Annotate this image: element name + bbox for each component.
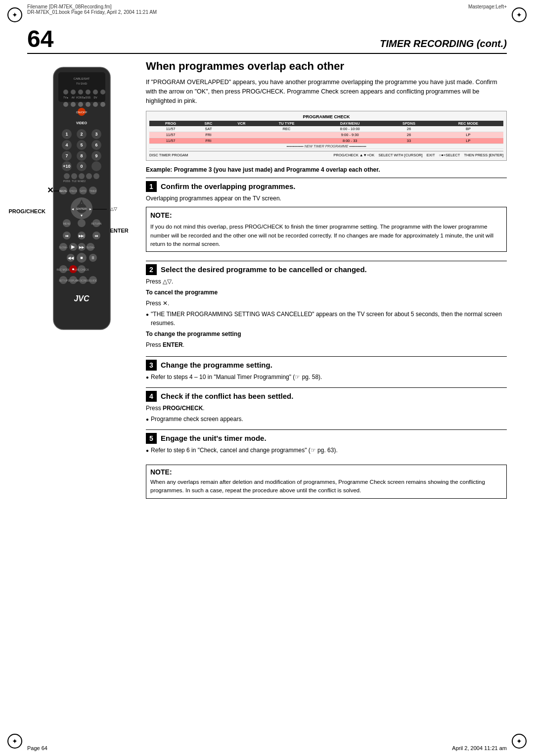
final-note-title: NOTE: — [150, 468, 502, 476]
col-type: TU TYPE — [258, 121, 315, 126]
svg-text:0: 0 — [80, 164, 83, 169]
final-note-box: NOTE: When any overlaps remain after del… — [146, 465, 507, 499]
step-4-bullet: Programme check screen appears. — [146, 415, 507, 424]
svg-point-9 — [100, 90, 105, 94]
page-number: 64 — [27, 27, 53, 51]
svg-point-46 — [91, 161, 101, 171]
note-1-title: NOTE: — [150, 210, 502, 221]
step-4-title: Check if the conflict has been settled. — [161, 392, 293, 401]
svg-point-20 — [100, 102, 105, 107]
step-1-body: Overlapping programmes appear on the TV … — [146, 194, 507, 203]
page-footer: Page 64 April 2, 2004 11:21 am — [27, 745, 507, 751]
svg-text:POSS: POSS — [63, 180, 71, 183]
step-3-number: 3 — [146, 360, 157, 371]
svg-text:+10: +10 — [63, 164, 70, 169]
page-header: 64 TIMER RECORDING (cont.) — [27, 27, 507, 54]
svg-text:RETURN: RETURN — [91, 222, 101, 225]
top-meta: Filename [DR-M7EK_08Recording.fm] DR-M7E… — [27, 4, 507, 15]
footer-buttons: PROG/CHECK ▲▼=OK SELECT WITH [CURSOR] EX… — [334, 153, 503, 157]
svg-text:TV●: TV● — [63, 96, 68, 99]
svg-text:REC MODE: REC MODE — [56, 268, 70, 271]
svg-text:DV: DV — [93, 96, 97, 99]
svg-text:VCR/S●: VCR/S● — [76, 96, 85, 99]
content-column: When programmes overlap each other If "P… — [146, 60, 507, 734]
svg-text:7: 7 — [65, 153, 68, 158]
prog-check-footer: DISC TIMER PROGAM PROG/CHECK ▲▼=OK SELEC… — [149, 151, 503, 157]
svg-point-16 — [71, 102, 76, 107]
programme-check-table: PROGRAMME CHECK PROG SRC VCR TU TYPE DAY… — [146, 111, 507, 161]
svg-point-77 — [78, 219, 86, 227]
step-1-number: 1 — [146, 181, 157, 192]
svg-point-48 — [71, 173, 77, 179]
svg-point-15 — [63, 102, 68, 107]
svg-text:✕: ✕ — [47, 186, 53, 194]
corner-decoration-tr: ✦ — [512, 7, 527, 22]
svg-point-49 — [79, 173, 85, 179]
svg-text:CABLE/SAT: CABLE/SAT — [73, 77, 89, 80]
svg-point-4 — [63, 90, 68, 94]
step-2-cancel-label: To cancel the programme — [146, 288, 507, 297]
col-vcr: VCR — [225, 121, 258, 126]
svg-text:SATO: SATO — [80, 190, 86, 192]
step-2-cancel-bullet: "THE TIMER PROGRAMMING SETTING WAS CANCE… — [146, 310, 507, 328]
svg-text:TU2: TU2 — [72, 180, 77, 183]
step-5-title: Engage the unit's timer mode. — [161, 434, 267, 443]
corner-decoration-bl: ✦ — [7, 734, 22, 749]
step-5-bullet: Refer to step 6 in "Check, cancel and ch… — [146, 446, 507, 455]
note-1-text: If you do not mind this overlap, press P… — [150, 223, 502, 248]
step-1-title: Confirm the overlapping programmes. — [161, 182, 296, 191]
svg-text:SLOW–: SLOW– — [59, 246, 68, 249]
svg-point-8 — [93, 90, 98, 94]
step-2-cancel-press: Press ✕. — [146, 299, 507, 308]
corner-decoration-br: ✦ — [512, 734, 527, 749]
svg-point-51 — [93, 173, 99, 179]
svg-text:LIVE CHECK: LIVE CHECK — [74, 268, 89, 271]
step-3: 3 Change the programme setting. Refer to… — [146, 356, 507, 382]
bookref-label: DR-M7EK_01.book Page 64 Friday, April 2,… — [27, 9, 157, 15]
intro-text: If "PROGRAM OVERLAPPED" appears, you hav… — [146, 78, 507, 105]
svg-text:TIMER: TIMER — [89, 190, 97, 192]
col-prog: PROG — [149, 121, 192, 126]
step-5: 5 Engage the unit's timer mode. Refer to… — [146, 429, 507, 456]
step-2-change-press: Press ENTER. — [146, 340, 507, 349]
svg-text:SLOW+: SLOW+ — [86, 246, 95, 249]
svg-text:4: 4 — [65, 142, 68, 147]
masterpage-label: Masterpage:Left+ — [468, 4, 507, 15]
svg-text:◀◀: ◀◀ — [68, 256, 74, 260]
svg-text:W.MZ2: W.MZ2 — [78, 180, 86, 183]
svg-text:◄: ◄ — [71, 207, 74, 211]
svg-text:II: II — [91, 255, 94, 260]
svg-point-47 — [64, 173, 70, 179]
svg-text:ON/OFF: ON/OFF — [76, 111, 87, 114]
example-text: Example: Programme 3 (you have just made… — [146, 166, 507, 174]
svg-text:CHECK: CHECK — [69, 190, 77, 192]
svg-text:REC/S+: REC/S+ — [59, 190, 67, 192]
col-src: SRC — [192, 121, 225, 126]
svg-text:9: 9 — [95, 153, 97, 158]
step-2-number: 2 — [146, 264, 157, 275]
svg-text:1: 1 — [65, 132, 68, 137]
svg-text:DSS: DSS — [85, 96, 90, 99]
step-5-number: 5 — [146, 433, 157, 444]
col-time: DAY/MENU — [315, 121, 385, 126]
step-3-title: Change the programme setting. — [161, 361, 272, 370]
svg-point-5 — [71, 90, 76, 94]
svg-text:■: ■ — [80, 255, 83, 260]
remote-control-image: CABLE/SAT TV DVD TV● AV VCR/S● DSS — [36, 65, 128, 86]
svg-text:6: 6 — [95, 142, 97, 147]
svg-text:⏮: ⏮ — [65, 234, 68, 237]
svg-point-7 — [86, 90, 90, 94]
enter-label: ENTER — [110, 228, 129, 234]
svg-point-19 — [93, 102, 98, 107]
svg-text:▶▶: ▶▶ — [79, 245, 85, 249]
svg-point-6 — [78, 90, 83, 94]
programme-table: PROG SRC VCR TU TYPE DAY/MENU SPDNS REC … — [149, 121, 503, 149]
prog-check-title: PROGRAMME CHECK — [149, 114, 503, 119]
step-2: 2 Select the desired programme to be can… — [146, 261, 507, 351]
svg-text:3: 3 — [95, 132, 97, 137]
svg-point-50 — [86, 173, 92, 179]
table-row-highlight1: 11/57 FRI 9:00 - 9:30 26 LP — [149, 132, 503, 138]
svg-text:⏭: ⏭ — [94, 234, 98, 237]
col-speed: SPDNS — [385, 121, 433, 126]
step-2-press: Press △▽. — [146, 277, 507, 286]
